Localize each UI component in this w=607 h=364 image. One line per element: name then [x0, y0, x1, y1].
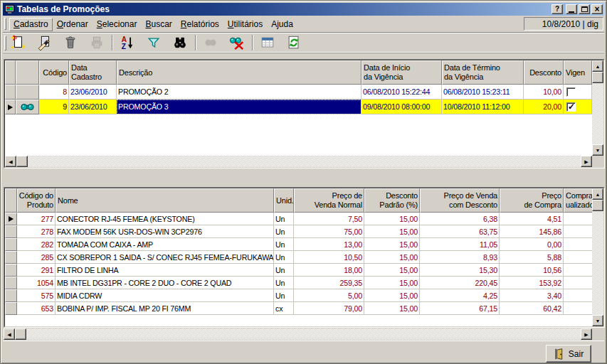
cell-data_cadastro[interactable]: 23/06/2010	[69, 85, 117, 100]
cell-pvd[interactable]: 11,05	[420, 238, 500, 251]
cell-codigo[interactable]: 575	[17, 289, 56, 302]
table-row[interactable]: 823/06/2010PROMOÇÃO 206/08/2010 15:22:44…	[5, 85, 603, 100]
menu-ajuda[interactable]: Ajuda	[267, 18, 297, 31]
column-header[interactable]: Preço de Compra	[500, 188, 564, 213]
cell-pc[interactable]: 153,92	[500, 277, 564, 289]
scroll-left-button[interactable]: ◀	[5, 156, 16, 167]
column-header[interactable]: Data de Início da Vigência	[361, 60, 442, 85]
column-header[interactable]: Data de Término da Vigência	[442, 60, 524, 85]
cell-unid[interactable]: Un	[274, 213, 294, 225]
table-row[interactable]: 1054MB INTEL DG31PR - CORE 2 DUO - CORE …	[5, 277, 603, 289]
menu-cadastro[interactable]: Cadastro	[9, 18, 53, 31]
table-row[interactable]: 653BOBINA P/ IMP. FISCAL MP 20 FI 76MMcx…	[5, 302, 603, 315]
cell-codigo[interactable]: 653	[17, 302, 56, 315]
menu-buscar[interactable]: Buscar	[141, 18, 176, 31]
column-header[interactable]: Preço de Venda com Desconto	[420, 188, 500, 213]
filter-button[interactable]	[145, 34, 162, 51]
scroll-down-button[interactable]: ▼	[592, 144, 603, 156]
cell-pvn[interactable]: 75,00	[294, 225, 364, 238]
maximize-button[interactable]	[579, 4, 590, 14]
table-columns-button[interactable]	[259, 34, 276, 51]
cell-nome[interactable]: MIDIA CDRW	[56, 289, 274, 302]
cell-termino[interactable]: 06/08/2010 15:23:11	[442, 85, 524, 100]
cell-codigo[interactable]: 285	[17, 251, 56, 264]
column-header[interactable]: Unid.	[274, 188, 294, 213]
scroll-left-button[interactable]: ◀	[4, 328, 15, 340]
cell-ca[interactable]	[564, 213, 593, 225]
cell-desconto[interactable]: 20,00	[524, 100, 564, 114]
cell-nome[interactable]: CX SOBREPOR 1 SAIDA - S/ CONEC RJ45 FEME…	[56, 251, 274, 264]
sort-az-button[interactable]: AZ	[119, 34, 136, 51]
cell-ca[interactable]	[564, 289, 593, 302]
print-disabled-button[interactable]	[88, 34, 105, 51]
minimize-button[interactable]	[566, 4, 577, 14]
column-header[interactable]: Data Cadastro	[69, 60, 117, 85]
cell-dp[interactable]: 15,00	[364, 238, 420, 251]
cell-data_cadastro[interactable]: 23/06/2010	[69, 100, 117, 114]
menu-utilitários[interactable]: Utilitários	[223, 18, 267, 31]
cell-codigo[interactable]: 9	[39, 100, 69, 114]
scroll-up-button[interactable]: ▲	[592, 60, 603, 72]
cell-dp[interactable]: 15,00	[364, 302, 420, 315]
delete-record-button[interactable]	[62, 34, 79, 51]
column-header[interactable]: Código do Produto	[17, 188, 56, 213]
cell-inicio[interactable]: 06/08/2010 15:22:44	[361, 85, 442, 100]
menu-ordenar[interactable]: Ordenar	[53, 18, 93, 31]
cell-pvn[interactable]: 13,00	[294, 238, 364, 251]
cell-pvn[interactable]: 7,50	[294, 213, 364, 225]
cell-codigo[interactable]: 291	[17, 264, 56, 277]
vigente-checkbox[interactable]	[566, 102, 576, 112]
link-disabled-button[interactable]	[202, 34, 219, 51]
cell-unid[interactable]: Un	[274, 277, 294, 289]
table-row[interactable]: 278FAX MODEM 56K USR-DOS-WIN 3CP2976Un75…	[5, 225, 603, 238]
table-row[interactable]: 923/06/2010PROMOÇÃO 309/08/2010 08:00:00…	[5, 100, 603, 114]
unlink-button[interactable]	[228, 34, 246, 51]
column-header[interactable]: Nome	[56, 188, 274, 213]
edit-record-button[interactable]	[36, 34, 53, 51]
toolbar-gripper[interactable]	[4, 36, 6, 50]
cell-pvd[interactable]: 6,38	[420, 213, 500, 225]
cell-unid[interactable]: Un	[274, 289, 294, 302]
promotions-vertical-scrollbar[interactable]: ▲ ▼	[592, 60, 603, 156]
cell-pvd[interactable]: 4,25	[420, 289, 500, 302]
table-row[interactable]: 282TOMADA COM CAIXA - AMPUn13,0015,0011,…	[5, 238, 603, 251]
sair-button[interactable]: Sair	[546, 345, 591, 363]
cell-nome[interactable]: FAX MODEM 56K USR-DOS-WIN 3CP2976	[56, 225, 274, 238]
cell-vigente[interactable]	[564, 100, 592, 114]
cell-unid[interactable]: Un	[274, 251, 294, 264]
cell-pc[interactable]: 5,88	[500, 251, 564, 264]
cell-pvd[interactable]: 67,15	[420, 302, 500, 315]
cell-dp[interactable]: 15,00	[364, 289, 420, 302]
cell-pc[interactable]: 10,56	[500, 264, 564, 277]
cell-ca[interactable]	[564, 302, 593, 315]
cell-pvn[interactable]: 5,00	[294, 289, 364, 302]
cell-termino[interactable]: 10/08/2010 11:12:00	[442, 100, 524, 114]
help-button[interactable]: ?	[551, 4, 563, 14]
cell-pvn[interactable]: 259,35	[294, 277, 364, 289]
cell-pc[interactable]: 145,86	[500, 225, 564, 238]
cell-pvd[interactable]: 220,45	[420, 277, 500, 289]
cell-descricao[interactable]: PROMOÇÃO 3	[117, 100, 361, 114]
find-button[interactable]	[171, 34, 189, 51]
column-header[interactable]: Preço de Venda Normal	[294, 188, 364, 213]
new-record-button[interactable]	[9, 34, 26, 51]
scroll-right-button[interactable]: ▶	[581, 156, 592, 167]
column-header[interactable]: Código	[39, 60, 69, 85]
cell-ca[interactable]	[564, 238, 593, 251]
column-header[interactable]: Compra ualizado	[564, 188, 593, 213]
scroll-down-button[interactable]: ▼	[592, 315, 603, 326]
cell-pc[interactable]: 4,51	[500, 213, 564, 225]
cell-nome[interactable]: MB INTEL DG31PR - CORE 2 DUO - CORE 2 QU…	[56, 277, 274, 289]
cell-pc[interactable]: 60,42	[500, 302, 564, 315]
cell-pvd[interactable]: 63,75	[420, 225, 500, 238]
table-row[interactable]: 285CX SOBREPOR 1 SAIDA - S/ CONEC RJ45 F…	[5, 251, 603, 264]
cell-pvn[interactable]: 79,00	[294, 302, 364, 315]
products-vertical-scrollbar[interactable]: ▲ ▼	[592, 188, 603, 326]
cell-unid[interactable]: Un	[274, 238, 294, 251]
cell-dp[interactable]: 15,00	[364, 213, 420, 225]
scroll-right-button[interactable]: ▶	[581, 328, 592, 340]
vigente-checkbox[interactable]	[566, 87, 576, 97]
table-row[interactable]: 291FILTRO DE LINHAUn18,0015,0015,3010,56	[5, 264, 603, 277]
cell-pc[interactable]: 0,00	[500, 238, 564, 251]
column-header[interactable]	[5, 188, 17, 213]
